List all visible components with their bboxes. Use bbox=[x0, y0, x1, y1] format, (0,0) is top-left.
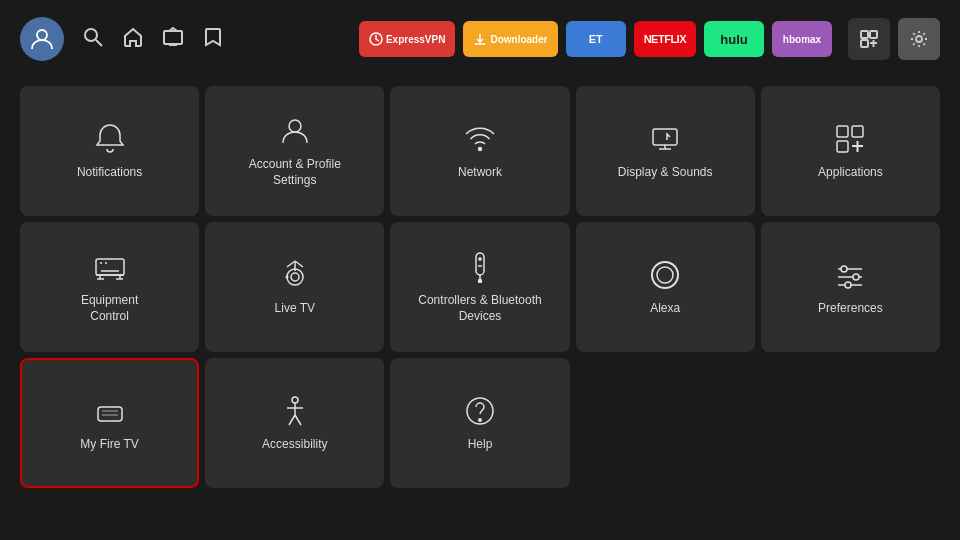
topbar-right bbox=[848, 18, 940, 60]
svg-point-62 bbox=[479, 419, 481, 421]
app-grid-icon[interactable] bbox=[848, 18, 890, 60]
search-icon[interactable] bbox=[82, 26, 104, 53]
svg-line-59 bbox=[289, 415, 295, 425]
svg-line-2 bbox=[96, 40, 102, 46]
topbar-left bbox=[20, 17, 224, 61]
svg-point-46 bbox=[657, 267, 673, 283]
svg-rect-10 bbox=[861, 40, 868, 47]
grid-item-help[interactable]: Help bbox=[390, 358, 569, 488]
grid-item-display-sounds[interactable]: Display & Sounds bbox=[576, 86, 755, 216]
svg-point-50 bbox=[841, 266, 847, 272]
svg-line-35 bbox=[295, 261, 303, 267]
grid-item-network[interactable]: Network bbox=[390, 86, 569, 216]
svg-rect-39 bbox=[476, 253, 484, 275]
svg-point-51 bbox=[853, 274, 859, 280]
grid-item-my-fire-tv[interactable]: My Fire TV bbox=[20, 358, 199, 488]
svg-point-41 bbox=[478, 280, 481, 283]
settings-icon[interactable] bbox=[898, 18, 940, 60]
grid-item-alexa[interactable]: Alexa bbox=[576, 222, 755, 352]
svg-line-34 bbox=[287, 261, 295, 267]
svg-rect-19 bbox=[837, 126, 848, 137]
grid-item-applications[interactable]: Applications bbox=[761, 86, 940, 216]
svg-point-15 bbox=[478, 148, 481, 151]
svg-rect-21 bbox=[837, 141, 848, 152]
svg-point-56 bbox=[292, 397, 298, 403]
svg-rect-16 bbox=[653, 129, 677, 145]
grid-item-account-profile[interactable]: Account & Profile Settings bbox=[205, 86, 384, 216]
svg-rect-24 bbox=[96, 259, 124, 275]
svg-point-1 bbox=[85, 29, 97, 41]
svg-point-37 bbox=[291, 273, 299, 281]
grid-item-live-tv[interactable]: Live TV bbox=[205, 222, 384, 352]
home-icon[interactable] bbox=[122, 26, 144, 53]
settings-grid: Notifications Account & Profile Settings… bbox=[0, 78, 960, 496]
grid-item-preferences[interactable]: Preferences bbox=[761, 222, 940, 352]
app-et[interactable]: ET bbox=[566, 21, 626, 57]
svg-point-0 bbox=[37, 30, 47, 40]
app-expressvpn[interactable]: ExpressVPN bbox=[359, 21, 455, 57]
grid-item-controllers-bluetooth[interactable]: Controllers & Bluetooth Devices bbox=[390, 222, 569, 352]
grid-item-equipment-control[interactable]: Equipment Control bbox=[20, 222, 199, 352]
grid-item-accessibility[interactable]: Accessibility bbox=[205, 358, 384, 488]
svg-rect-3 bbox=[164, 31, 182, 44]
svg-rect-8 bbox=[861, 31, 868, 38]
topbar-apps: ExpressVPN Downloader ET NETFLIX hulu hb… bbox=[359, 21, 832, 57]
bookmark-icon[interactable] bbox=[202, 26, 224, 53]
svg-line-60 bbox=[295, 415, 301, 425]
app-hulu[interactable]: hulu bbox=[704, 21, 764, 57]
svg-rect-9 bbox=[870, 31, 877, 38]
svg-rect-53 bbox=[98, 407, 122, 421]
svg-point-52 bbox=[845, 282, 851, 288]
svg-point-14 bbox=[289, 120, 301, 132]
app-downloader[interactable]: Downloader bbox=[463, 21, 557, 57]
avatar[interactable] bbox=[20, 17, 64, 61]
grid-item-notifications[interactable]: Notifications bbox=[20, 86, 199, 216]
svg-point-36 bbox=[287, 269, 303, 285]
svg-point-13 bbox=[916, 36, 922, 42]
tv-icon[interactable] bbox=[162, 26, 184, 53]
svg-point-45 bbox=[652, 262, 678, 288]
topbar: ExpressVPN Downloader ET NETFLIX hulu hb… bbox=[0, 0, 960, 78]
app-netflix[interactable]: NETFLIX bbox=[634, 21, 696, 57]
app-hbomax[interactable]: hbomax bbox=[772, 21, 832, 57]
svg-rect-20 bbox=[852, 126, 863, 137]
